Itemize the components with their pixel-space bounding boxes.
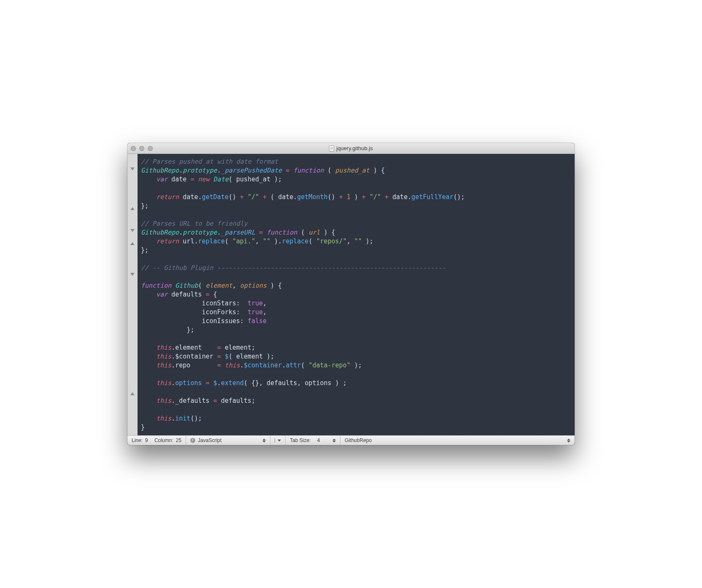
- status-line-col[interactable]: Line: 9 Column: 25: [127, 436, 186, 445]
- status-settings[interactable]: [270, 436, 286, 445]
- fold-marker-close-icon[interactable]: [130, 242, 135, 245]
- fold-marker-open-icon[interactable]: [130, 167, 135, 170]
- stepper-icon[interactable]: [332, 439, 336, 442]
- column-label: Column:: [154, 437, 173, 443]
- code-comment: // Parses URL to be friendly: [141, 220, 248, 227]
- zoom-button[interactable]: [148, 146, 153, 151]
- close-button[interactable]: [131, 146, 136, 151]
- clock-icon: [190, 438, 195, 443]
- fold-marker-open-icon[interactable]: [130, 273, 135, 276]
- column-value: 25: [176, 437, 181, 443]
- status-bar: Line: 9 Column: 25 JavaScript Tab Size: …: [127, 435, 575, 445]
- line-label: Line:: [132, 437, 143, 443]
- status-syntax[interactable]: JavaScript: [186, 436, 270, 445]
- gear-icon: [275, 438, 275, 443]
- tab-size-value: 4: [317, 437, 320, 443]
- editor[interactable]: // Parses pushed_at with date format Git…: [127, 154, 575, 435]
- line-value: 9: [145, 437, 148, 443]
- syntax-name: JavaScript: [198, 437, 221, 443]
- window-title: jquery.github.js: [127, 145, 575, 151]
- tab-size-label: Tab Size:: [290, 437, 310, 443]
- code-area[interactable]: // Parses pushed_at with date format Git…: [138, 154, 575, 435]
- editor-window: jquery.github.js // Parses pushed_at wit…: [127, 143, 575, 445]
- status-symbol[interactable]: GithubRepo: [340, 436, 575, 445]
- stepper-icon[interactable]: [567, 439, 570, 442]
- title-bar[interactable]: jquery.github.js: [127, 143, 575, 154]
- fold-gutter: [127, 154, 138, 435]
- fold-marker-close-icon[interactable]: [130, 392, 135, 395]
- traffic-lights: [131, 146, 153, 151]
- title-text: jquery.github.js: [336, 145, 373, 151]
- code-comment: // Parses pushed_at with date format: [141, 158, 278, 165]
- minimize-button[interactable]: [139, 146, 144, 151]
- chevron-down-icon: [278, 440, 281, 442]
- document-icon: [329, 146, 334, 151]
- code-comment: // -- Github Plugin --------------------…: [141, 264, 446, 272]
- fold-marker-close-icon[interactable]: [130, 207, 135, 210]
- symbol-name: GithubRepo: [345, 437, 372, 443]
- status-tab-size[interactable]: Tab Size: 4: [286, 436, 340, 445]
- fold-marker-open-icon[interactable]: [130, 229, 135, 232]
- stepper-icon[interactable]: [262, 439, 266, 442]
